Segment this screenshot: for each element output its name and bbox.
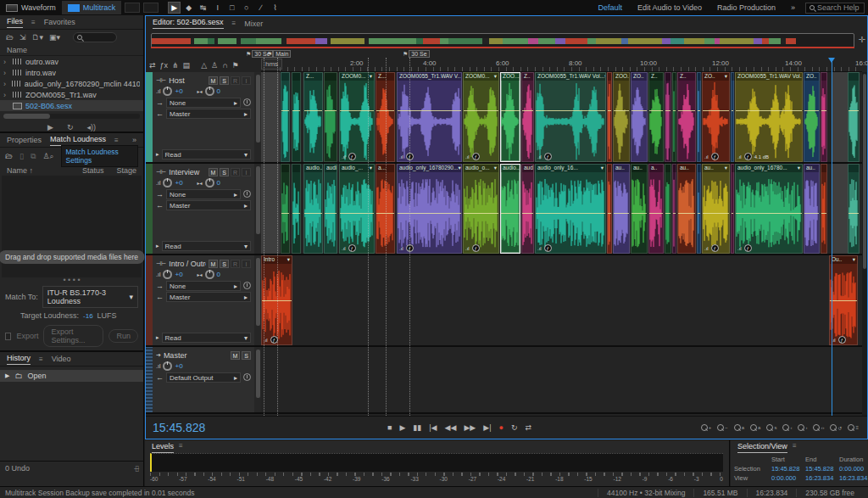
pan-value[interactable]: 0 [217,179,220,187]
audio-clip[interactable]: ZOOM0055_Tr1.WAV Vol...▾.ılƒ4.1 dB [735,72,803,162]
audio-clip[interactable] [848,72,860,162]
volume-envelope[interactable] [522,213,533,214]
volume-envelope[interactable] [849,213,859,214]
audio-clip[interactable]: audio_only_16780290...▾.ılƒ [397,164,462,254]
track-header-scrollbar[interactable] [254,164,261,254]
output-selector[interactable]: Master▸ [166,200,251,210]
volume-envelope[interactable] [501,110,520,111]
audio-clip[interactable] [672,72,676,162]
metronome-icon[interactable]: △ [201,61,207,70]
panel-menu-icon[interactable]: ≡ [793,442,797,453]
audio-clip[interactable] [672,164,676,254]
audio-clip[interactable] [832,164,848,254]
volume-envelope[interactable] [464,213,498,214]
panel-resize-grip[interactable]: • • • • [0,277,143,284]
audio-clip[interactable] [607,164,612,254]
track-arm-record-button[interactable]: R [231,168,240,176]
track-solo-button[interactable]: S [220,76,229,85]
volume-envelope[interactable] [608,213,611,214]
zoom-in-at-in-point-button[interactable]: ‹ [782,424,792,431]
audio-clip[interactable]: ZO.. [631,72,648,162]
export-checkbox[interactable] [5,333,11,340]
selview-value[interactable]: 15:45.828 [805,465,839,473]
volume-value[interactable]: +0 [175,362,182,370]
volume-envelope[interactable] [698,213,700,214]
audio-clip[interactable] [697,72,701,162]
volume-envelope[interactable] [830,300,857,301]
open-file-icon[interactable]: 🗁 [6,33,14,42]
audio-clip[interactable]: ZO..▾.ılƒ [702,72,730,162]
tab-properties[interactable]: Properties [7,136,42,144]
waveform-view-button[interactable]: Waveform [0,1,62,14]
volume-value[interactable]: +0 [175,271,182,278]
files-search-input[interactable] [73,32,117,42]
loop-playback-button[interactable]: ↻ [67,123,74,131]
clip-fx-badge[interactable]: ƒ [544,153,552,160]
audio-clip[interactable]: au.. [677,164,696,254]
audio-clip[interactable] [832,72,848,162]
rewind-button[interactable]: ◀◀ [445,423,457,432]
tab-mixer[interactable]: Mixer [244,20,263,28]
clip-fx-badge[interactable]: ƒ [544,244,552,252]
pan-knob[interactable] [205,178,214,187]
slip-tool[interactable]: ↹ [197,2,209,14]
clip-fx-badge[interactable]: ƒ [711,153,719,160]
audio-clip[interactable]: audio... [303,164,323,254]
audio-clip[interactable]: a.. [648,164,664,254]
automation-mode-dropdown[interactable]: Read▾ [162,149,251,159]
lasso-selection-tool[interactable]: ○ [240,2,253,14]
routing-icon[interactable]: ⋔ [172,61,179,70]
track-header-scrollbar[interactable] [254,347,261,412]
volume-envelope[interactable] [703,213,729,214]
volume-knob[interactable] [163,270,172,279]
track-arm-record-button[interactable]: R [231,76,240,85]
col-status[interactable]: Status [82,166,111,175]
volume-envelope[interactable] [304,213,322,214]
audio-clip[interactable] [731,72,734,162]
marquee-selection-tool[interactable]: □ [225,2,238,14]
volume-envelope[interactable] [673,213,676,214]
audio-clip[interactable]: audio_o...▾.ılƒ [463,164,499,254]
file-item[interactable]: ›intro.wav [0,67,143,78]
volume-envelope[interactable] [703,110,729,111]
volume-envelope[interactable] [536,213,605,214]
auto-play-button[interactable]: ◂)) [86,123,96,131]
audio-clip[interactable] [292,164,301,254]
selview-value[interactable]: 16:23.834 [839,474,868,482]
match-to-dropdown[interactable]: ITU-R BS.1770-3 Loudness▾ [42,286,138,308]
track-solo-button[interactable]: S [220,260,229,268]
volume-envelope[interactable] [821,110,826,111]
levels-title[interactable]: Levels [152,442,174,453]
track-monitor-input-button[interactable]: I [242,260,251,268]
volume-envelope[interactable] [632,110,647,111]
track-header-master[interactable]: ➔MasterMS.ıl+0←Default Output▸ [153,347,254,412]
input-selector[interactable]: None▸ [166,98,241,108]
audio-clip[interactable] [848,164,860,254]
match-loudness-settings-button[interactable]: Match Loudness Settings [61,145,139,167]
fx-rack-icon[interactable]: ƒx [160,61,169,70]
audio-clip[interactable]: ZOO... [500,72,520,162]
audio-clip[interactable] [821,72,827,162]
volume-envelope[interactable] [501,213,520,214]
volume-envelope[interactable] [649,213,663,214]
files-name-column-header[interactable]: Name [0,45,143,56]
track-header-scrollbar[interactable] [254,255,261,345]
play-button[interactable]: ▶ [399,423,405,432]
track-solo-button[interactable]: S [220,168,229,176]
audio-clip[interactable] [731,164,734,254]
volume-envelope[interactable] [649,110,663,111]
zoom-in-button[interactable]: + [701,424,712,431]
trash-icon[interactable]: ▯̶ [135,464,139,473]
clip-fx-badge[interactable]: ƒ [472,244,480,252]
timeline-ruler[interactable]: hms 2:004:006:008:0010:0012:0014:0016:00 [261,58,862,72]
track-lane-2[interactable]: audio...audio...audio_...▾.ılƒa...audio_… [261,164,867,254]
audio-clip[interactable]: ZOO.. [613,72,630,162]
audio-clip[interactable]: ZOOM0055_Tr1.WAV V...▾.ılƒ [397,72,462,162]
pan-knob[interactable] [205,87,214,96]
pan-knob[interactable] [205,270,214,279]
selection-view-title[interactable]: Selection/View [737,442,787,453]
pan-value[interactable]: 0 [217,87,220,95]
zoom-to-selection-button[interactable]: s [766,424,776,431]
volume-envelope[interactable] [522,110,533,111]
zoom-out-button[interactable]: − [717,424,728,431]
